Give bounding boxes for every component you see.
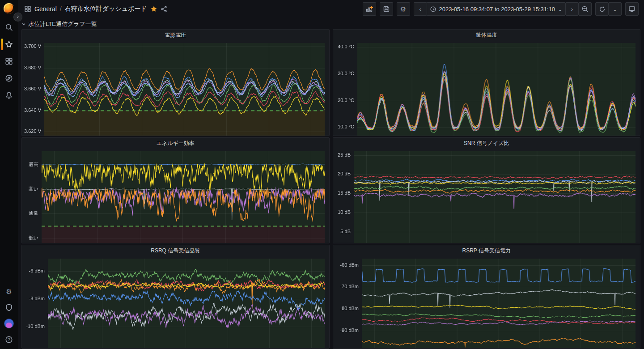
panel-title[interactable]: RSRQ 信号受信品質 (22, 245, 329, 256)
refresh-button[interactable] (595, 2, 609, 16)
dashboard-toolbar: ⚙ ‹ 2023-05-16 09:34:07 to 2023-05-29 15… (363, 2, 639, 16)
panel-grid: 電源電圧 筐体温度 エネルギー効率 SNR 信号ノイズ比 RSRQ 信号受信品質… (21, 29, 640, 349)
svg-text:?: ? (8, 337, 10, 342)
refresh-group: ⌄ (595, 2, 622, 16)
save-dashboard-button[interactable] (380, 2, 393, 16)
sidebar-expand-button[interactable]: › (13, 13, 22, 21)
clock-icon (430, 6, 436, 13)
sidebar-item-explore[interactable] (0, 73, 18, 84)
kiosk-mode-button[interactable] (625, 2, 639, 16)
sidebar-item-starred[interactable] (0, 39, 18, 50)
dashboards-grid-icon (5, 57, 13, 65)
chart-canvas-rsrp[interactable] (333, 256, 640, 349)
grafana-logo[interactable] (4, 3, 14, 14)
time-range-label: 2023-05-16 09:34:07 to 2023-05-29 15:31:… (439, 6, 555, 13)
panel-rsrp: RSRP 信号受信電力 (333, 245, 641, 349)
panel-title[interactable]: SNR 信号ノイズ比 (333, 138, 640, 149)
time-range-button[interactable]: 2023-05-16 09:34:07 to 2023-05-29 15:31:… (427, 2, 566, 16)
sidebar-item-alerting[interactable] (0, 90, 18, 101)
user-avatar (4, 319, 14, 328)
search-icon (5, 23, 13, 31)
chart-canvas-snr[interactable] (333, 149, 640, 243)
panel-power-voltage: 電源電圧 (21, 29, 330, 136)
time-shift-forward-button[interactable]: › (565, 2, 579, 16)
gear-icon: ⚙ (400, 6, 406, 13)
chart-canvas-rsrq[interactable] (22, 256, 329, 349)
row-title: 水位計LTE通信グラフ一覧 (28, 20, 97, 28)
refresh-interval-button[interactable]: ⌄ (608, 2, 622, 16)
sidebar-item-help[interactable]: ? (0, 334, 18, 345)
breadcrumb-separator: / (60, 5, 62, 13)
sidebar-item-search[interactable] (0, 22, 18, 33)
chart-canvas-enclosure-temperature[interactable] (333, 40, 640, 136)
add-panel-icon (366, 5, 373, 13)
panel-title[interactable]: RSRP 信号受信電力 (333, 245, 640, 256)
save-icon (383, 5, 390, 13)
compass-icon (5, 74, 13, 82)
star-icon (5, 40, 13, 48)
page-title[interactable]: 石狩市水位計ダッシュボード (65, 5, 147, 13)
zoom-out-icon (581, 5, 589, 13)
time-picker-group: ‹ 2023-05-16 09:34:07 to 2023-05-29 15:3… (414, 2, 592, 16)
sidebar-item-dashboards[interactable] (0, 56, 18, 67)
panel-title[interactable]: 筐体温度 (333, 30, 640, 40)
chevron-down-icon: ⌄ (558, 6, 563, 13)
panel-rsrq: RSRQ 信号受信品質 (21, 245, 330, 349)
chart-canvas-energy-efficiency[interactable] (22, 149, 329, 243)
apps-icon (24, 5, 31, 13)
bell-icon (5, 91, 13, 99)
panel-snr: SNR 信号ノイズ比 (333, 137, 641, 243)
gear-icon: ⚙ (6, 288, 12, 295)
monitor-icon (628, 5, 636, 13)
sidebar-item-configuration[interactable]: ⚙ (0, 286, 18, 297)
panel-enclosure-temperature: 筐体温度 (333, 29, 641, 136)
row-header[interactable]: 水位計LTE通信グラフ一覧 (21, 19, 640, 29)
dashboard-settings-button[interactable]: ⚙ (397, 2, 410, 16)
panel-energy-efficiency: エネルギー効率 (21, 137, 330, 243)
sidebar-item-server-admin[interactable] (0, 302, 18, 313)
refresh-icon (599, 6, 606, 13)
share-icon[interactable] (161, 6, 167, 13)
breadcrumb-section[interactable]: General (34, 5, 57, 13)
time-shift-back-button[interactable]: ‹ (414, 2, 427, 16)
favorite-star-icon[interactable] (150, 5, 157, 13)
chart-canvas-power-voltage[interactable] (22, 40, 329, 136)
shield-icon (5, 303, 13, 311)
top-nav: General / 石狩市水位計ダッシュボード ⚙ ‹ (18, 0, 644, 18)
dashboard-area: 水位計LTE通信グラフ一覧 電源電圧 筐体温度 エネルギー効率 SNR 信号ノイ… (18, 18, 644, 349)
help-icon: ? (5, 336, 13, 344)
sidebar-item-profile[interactable] (0, 318, 18, 329)
add-panel-button[interactable] (363, 2, 376, 16)
panel-title[interactable]: 電源電圧 (22, 30, 329, 40)
panel-title[interactable]: エネルギー効率 (22, 138, 329, 149)
zoom-out-button[interactable] (578, 2, 592, 16)
sidebar: ⚙ ? (0, 0, 18, 349)
chevron-down-icon (21, 22, 26, 26)
breadcrumb: General / 石狩市水位計ダッシュボード (24, 5, 167, 13)
